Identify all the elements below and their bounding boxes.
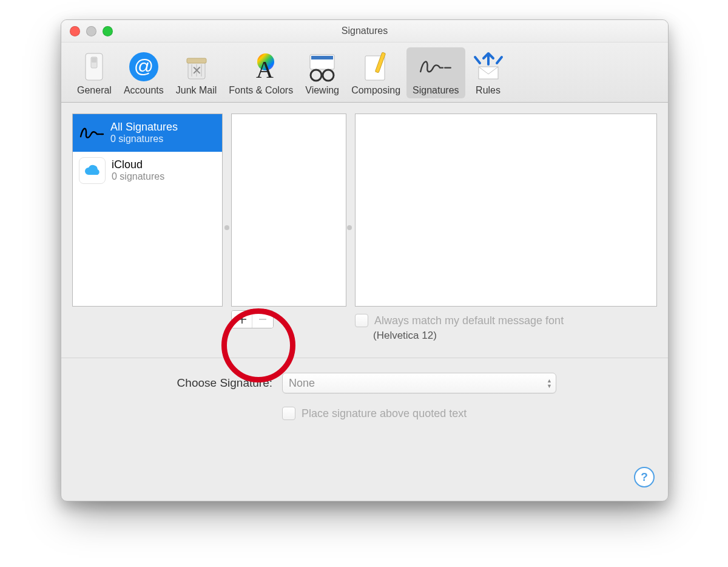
- tab-label: Accounts: [124, 85, 164, 96]
- svg-text:A: A: [256, 56, 274, 83]
- match-font-row: Always match my default message font: [355, 314, 657, 327]
- svg-rect-2: [92, 58, 96, 63]
- tab-label: Junk Mail: [176, 85, 217, 96]
- font-color-icon: A: [244, 50, 278, 84]
- account-item-count: 0 signatures: [110, 134, 178, 144]
- trash-icon: ✕: [180, 50, 214, 84]
- svg-text:✕: ✕: [191, 64, 201, 77]
- choose-signature-label: Choose Signature:: [72, 376, 272, 390]
- svg-text:@: @: [134, 55, 153, 77]
- place-above-checkbox[interactable]: [282, 407, 295, 420]
- svg-rect-6: [187, 58, 206, 63]
- signature-list[interactable]: [231, 114, 346, 307]
- at-icon: @: [127, 50, 161, 84]
- resize-handle[interactable]: [224, 225, 229, 230]
- tab-general[interactable]: General: [71, 47, 118, 98]
- signature-list-column: [231, 114, 346, 342]
- traffic-lights: [70, 26, 113, 36]
- tab-label: Fonts & Colors: [229, 85, 293, 96]
- resize-handle[interactable]: [347, 225, 352, 230]
- titlebar: Signatures: [61, 20, 668, 42]
- switch-icon: [77, 50, 111, 84]
- tab-junk-mail[interactable]: ✕ Junk Mail: [170, 47, 223, 98]
- svg-rect-14: [311, 56, 333, 59]
- tab-label: Signatures: [413, 85, 459, 96]
- tab-label: General: [77, 85, 112, 96]
- tab-label: Viewing: [305, 85, 339, 96]
- default-font-note: (Helvetica 12): [373, 330, 657, 342]
- tab-label: Rules: [476, 85, 500, 96]
- preferences-toolbar: General @ Accounts ✕: [61, 42, 668, 103]
- svg-point-16: [323, 70, 334, 81]
- bottom-controls: Choose Signature: None ▲▼ Place signatur…: [61, 358, 668, 420]
- choose-signature-row: Choose Signature: None ▲▼: [72, 373, 657, 393]
- help-button[interactable]: ?: [634, 467, 655, 487]
- add-remove-buttons: [231, 310, 274, 328]
- tab-rules[interactable]: Rules: [465, 47, 511, 98]
- popup-stepper-icon: ▲▼: [547, 378, 552, 389]
- tab-viewing[interactable]: Viewing: [299, 47, 345, 98]
- tab-composing[interactable]: Composing: [345, 47, 406, 98]
- signature-icon: [419, 50, 453, 84]
- zoom-window-button[interactable]: [103, 26, 113, 36]
- signature-preview[interactable]: [355, 114, 657, 307]
- account-item-icloud[interactable]: iCloud 0 signatures: [73, 152, 222, 189]
- add-signature-button[interactable]: [232, 311, 252, 328]
- tab-accounts[interactable]: @ Accounts: [118, 47, 170, 98]
- signature-icon: [79, 120, 104, 146]
- tab-signatures[interactable]: Signatures: [406, 47, 465, 98]
- svg-point-15: [311, 70, 322, 81]
- close-window-button[interactable]: [70, 26, 80, 36]
- remove-signature-button: [252, 311, 273, 328]
- match-font-checkbox[interactable]: [355, 314, 368, 327]
- choose-signature-popup[interactable]: None ▲▼: [282, 373, 556, 393]
- minus-icon: [258, 314, 268, 324]
- compose-icon: [359, 50, 393, 84]
- plus-icon: [237, 314, 247, 324]
- place-above-label: Place signature above quoted text: [302, 407, 467, 420]
- content-area: All Signatures 0 signatures iCloud 0 sig…: [61, 103, 668, 358]
- tab-label: Composing: [351, 85, 400, 96]
- account-item-text: iCloud 0 signatures: [112, 159, 164, 182]
- rules-icon: [471, 50, 505, 84]
- choose-signature-value: None: [289, 377, 315, 390]
- account-item-count: 0 signatures: [112, 171, 164, 182]
- account-item-name: All Signatures: [110, 121, 178, 134]
- account-item-name: iCloud: [112, 159, 164, 171]
- account-item-all-signatures[interactable]: All Signatures 0 signatures: [73, 114, 222, 152]
- tab-fonts-colors[interactable]: A Fonts & Colors: [223, 47, 299, 98]
- minimize-window-button[interactable]: [86, 26, 96, 36]
- account-list[interactable]: All Signatures 0 signatures iCloud 0 sig…: [72, 114, 223, 307]
- match-font-label: Always match my default message font: [374, 314, 564, 327]
- account-item-text: All Signatures 0 signatures: [110, 121, 178, 144]
- preview-column: Always match my default message font (He…: [355, 114, 657, 342]
- place-above-row: Place signature above quoted text: [282, 407, 657, 420]
- window-title: Signatures: [61, 25, 668, 36]
- icloud-icon: [79, 157, 106, 184]
- glasses-icon: [305, 50, 339, 84]
- preferences-window: Signatures General @ Accounts: [61, 19, 669, 501]
